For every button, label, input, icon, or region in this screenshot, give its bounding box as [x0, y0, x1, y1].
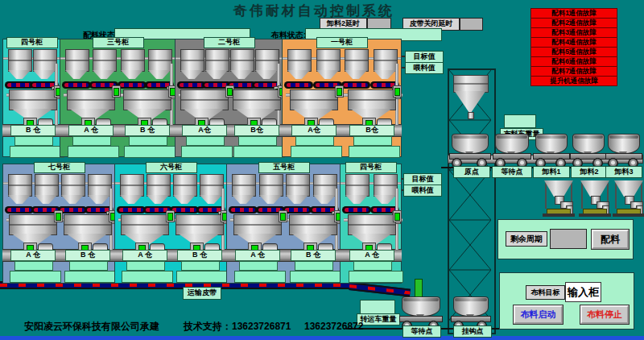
- bin-label: A仓: [291, 125, 336, 136]
- dist-car-weight-box: [504, 114, 536, 128]
- bin-target-value-box: [186, 136, 225, 146]
- bin-target-value-box: [181, 261, 220, 271]
- silo: [121, 49, 145, 72]
- funnel-rod: [545, 183, 547, 209]
- weigh-hopper-body: [180, 89, 229, 110]
- dist-target-label: 布料目标: [526, 285, 565, 300]
- silo-cone: [316, 70, 339, 79]
- silo-cone: [259, 195, 282, 204]
- bin-feed-value-box: [68, 146, 119, 158]
- unload-funnel-1: [544, 180, 576, 218]
- silo-cone: [65, 70, 88, 79]
- silo-cone: [180, 70, 203, 79]
- silo-cone: [374, 195, 396, 204]
- bin-label: B 仓: [291, 250, 336, 261]
- silo: [65, 49, 89, 72]
- bin-target-value-box: [353, 136, 392, 146]
- bin-feed-value-box: [349, 271, 403, 283]
- transport-belt-slope: [349, 282, 411, 297]
- cabinet-label: 四号柜: [345, 162, 397, 173]
- silo-cone: [121, 70, 143, 79]
- silo: [345, 49, 369, 72]
- station-label-bottom-wait: 等待点: [402, 325, 441, 338]
- bin-target-value-box: [69, 261, 108, 271]
- bin-feed-value-box: [349, 146, 400, 158]
- silo-cone: [8, 70, 31, 79]
- funnel-cone: [544, 180, 573, 197]
- dist-target-input[interactable]: 输入柜: [565, 282, 601, 302]
- page-title: 奇伟耐材自动控制系统: [233, 3, 394, 19]
- silo-cone: [345, 195, 368, 204]
- weigh-hopper-body: [9, 214, 57, 235]
- bin-label: B 仓: [10, 125, 56, 136]
- feed-value-tag-bottom: 喂料值: [403, 185, 442, 197]
- silo: [88, 174, 112, 197]
- feed-value-tag-top: 喂料值: [405, 62, 444, 74]
- inlet-valve-indicator: [394, 88, 400, 96]
- silo-cone: [345, 70, 367, 79]
- silo: [374, 49, 398, 72]
- weigh-hopper-body: [123, 89, 171, 110]
- bin-feed-value-box: [10, 271, 61, 283]
- bin-label: A 仓: [235, 250, 280, 261]
- weigh-hopper-body: [175, 214, 224, 235]
- hmi-screen: 奇伟耐材自动控制系统 卸料2延时 皮带关闭延时 配料状态: 布料状态: 目标值 …: [0, 0, 644, 340]
- station-label-unload2: 卸料2: [571, 166, 608, 178]
- silo: [120, 174, 144, 197]
- silo: [180, 49, 204, 72]
- funnel-base: [613, 214, 644, 217]
- silo: [8, 174, 32, 197]
- silo-cone: [61, 195, 84, 204]
- silo-cone: [374, 70, 396, 79]
- elevator-hopper-body: [453, 75, 489, 93]
- bin-label: B仓: [349, 125, 394, 136]
- silo-cone: [232, 195, 254, 204]
- inlet-valve-indicator: [227, 88, 233, 96]
- cabinet-bottom-3: A 仓B 仓五号柜: [226, 164, 341, 284]
- footer-phone2: 13623726872: [304, 321, 363, 332]
- bin-label: B 仓: [125, 125, 170, 136]
- distribution-panel: 布料目标 输入柜 布料启动 布料停止: [499, 272, 634, 330]
- belt-feeder: [284, 81, 313, 89]
- silo-cone: [88, 195, 110, 204]
- silo: [287, 49, 312, 72]
- silo-cone: [120, 195, 142, 204]
- silo: [205, 49, 229, 72]
- cabinet-top-4: A仓B仓一号柜: [282, 39, 402, 157]
- belt-close-delay-value[interactable]: [460, 18, 483, 31]
- silo: [61, 174, 85, 197]
- bin-feed-value-box: [122, 271, 173, 283]
- inlet-valve-indicator: [394, 213, 400, 221]
- batch-panel: 剩余周期 配料: [497, 219, 634, 259]
- bin-target-value-box: [295, 261, 333, 271]
- belt-feeder: [342, 206, 371, 214]
- bin-label: B仓: [234, 125, 279, 136]
- target-value-tag-top: 目标值: [405, 51, 444, 63]
- bin-feed-value-box: [234, 271, 286, 283]
- target-value-tag-bottom: 目标值: [403, 173, 442, 185]
- inlet-valve: [279, 210, 287, 222]
- silo: [8, 49, 32, 72]
- cabinet-bottom-4: A 仓四号柜: [340, 164, 402, 284]
- cabinet-label: 二号柜: [204, 37, 255, 48]
- footer-support: 技术支持：13623726871: [184, 321, 291, 332]
- dist-start-button[interactable]: 布料启动: [514, 305, 563, 324]
- bin-label: A仓: [182, 125, 227, 136]
- inlet-valve: [166, 210, 175, 222]
- dist-stop-button[interactable]: 布料停止: [580, 305, 629, 324]
- silo: [255, 49, 279, 72]
- weigh-hopper-body: [9, 89, 57, 110]
- inlet-valve-indicator: [114, 88, 119, 96]
- weigh-hopper-body: [64, 214, 112, 235]
- inlet-valve-indicator: [56, 213, 61, 221]
- bin-feed-value-box: [10, 146, 64, 158]
- batch-button[interactable]: 配料: [592, 230, 629, 249]
- weigh-hopper-body: [289, 214, 337, 235]
- bin-label: A 仓: [10, 250, 56, 261]
- bin-feed-value-box: [124, 146, 175, 158]
- silo: [259, 174, 283, 197]
- inlet-valve-indicator: [280, 213, 286, 221]
- remaining-cycle-label: 剩余周期: [506, 231, 547, 247]
- station-label-wait: 等待点: [492, 166, 532, 178]
- cabinet-label: 一号柜: [316, 37, 368, 48]
